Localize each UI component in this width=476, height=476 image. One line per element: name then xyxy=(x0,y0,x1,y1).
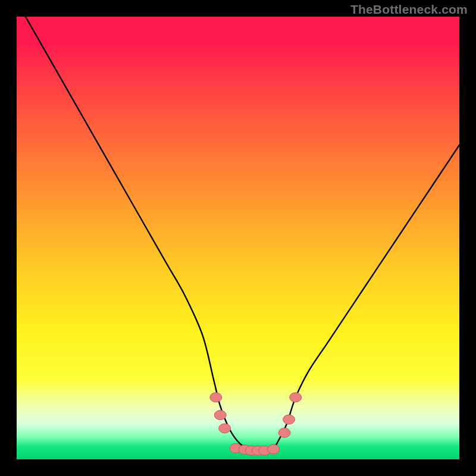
outer-frame: TheBottleneck.com xyxy=(0,0,476,476)
marker-dot xyxy=(214,411,226,420)
marker-dot xyxy=(268,444,280,454)
plot-area xyxy=(17,17,459,459)
marker-dot xyxy=(278,428,290,437)
marker-dot xyxy=(219,424,231,433)
marker-dot xyxy=(283,415,295,424)
marker-dot xyxy=(210,393,222,402)
bottleneck-curve xyxy=(26,17,459,451)
curve-markers xyxy=(210,393,302,455)
marker-dot xyxy=(290,393,302,402)
curve-layer xyxy=(17,17,459,459)
attribution-text: TheBottleneck.com xyxy=(350,2,468,17)
